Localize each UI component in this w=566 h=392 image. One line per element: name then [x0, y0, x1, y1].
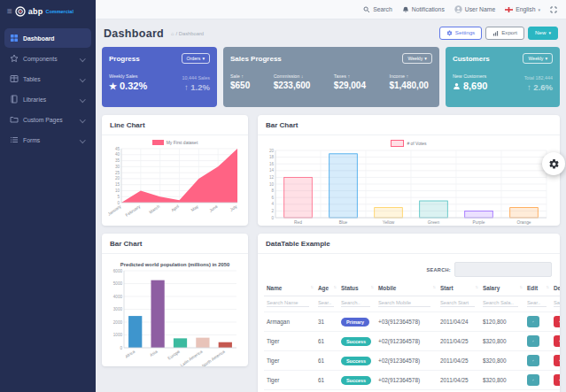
table-row: Tiger 61 Success +02(912364578) 2011/04/… — [264, 351, 560, 371]
column-header-status[interactable]: Status↑↓ — [338, 281, 376, 296]
customers-card-body: New Customers 8,690 Total 182,444 ↑ 2.6% — [453, 73, 553, 91]
edit-button[interactable] — [527, 374, 539, 386]
new-button[interactable]: New ▾ — [528, 27, 558, 40]
delete-button[interactable] — [554, 374, 560, 386]
sidebar-item-components[interactable]: Components — [4, 49, 91, 68]
column-header-edit[interactable]: Edit↑↓ — [524, 281, 551, 296]
taxes-label: Taxes ↑ — [334, 73, 366, 79]
data-table: Name↑↓ Age↑↓ Status↑↓ Mobile↑↓ Start↑↓ S… — [264, 281, 560, 392]
sort-icon[interactable]: ↑↓ — [310, 285, 313, 289]
progress-card-title: Progress — [109, 55, 140, 63]
delete-button[interactable] — [554, 335, 560, 347]
cell-age: 61 — [315, 371, 338, 390]
cell-start: 2011/04/25 — [438, 351, 480, 371]
table-search-input[interactable] — [454, 262, 552, 277]
column-header-delete[interactable]: De — [551, 281, 560, 296]
gear-icon — [548, 158, 560, 170]
table-header-row: Name↑↓ Age↑↓ Status↑↓ Mobile↑↓ Start↑↓ S… — [264, 281, 560, 296]
svg-text:June: June — [208, 204, 219, 213]
filter-delete-input[interactable] — [554, 299, 560, 307]
sidebar-item-forms[interactable]: Forms — [4, 130, 91, 150]
edit-button[interactable] — [527, 335, 539, 347]
sort-icon[interactable]: ↑↓ — [475, 285, 477, 289]
sort-icon[interactable]: ↑↓ — [546, 285, 548, 289]
column-header-start[interactable]: Start↑↓ — [438, 281, 480, 296]
sidebar: ≡ abp Commercial Dashboard Components — [0, 0, 96, 392]
cell-start: 2011/04/25 — [438, 371, 480, 390]
filter-name-input[interactable] — [267, 299, 309, 307]
pencil-icon — [532, 377, 534, 383]
trash-icon — [559, 319, 560, 325]
search-button[interactable]: Search — [363, 6, 392, 13]
column-label: Mobile — [378, 285, 396, 291]
datatable-card-title: DataTable Example — [258, 234, 560, 254]
svg-text:4: 4 — [271, 202, 274, 206]
filter-mobile-input[interactable] — [378, 299, 430, 307]
user-menu[interactable]: User Name — [454, 5, 495, 13]
sales-weekly-dropdown[interactable]: Weekly ▾ — [402, 53, 432, 64]
column-header-age[interactable]: Age↑↓ — [315, 281, 338, 296]
cell-name: Tiger — [264, 332, 315, 351]
svg-text:Europe: Europe — [167, 350, 182, 361]
hamburger-icon[interactable]: ≡ — [7, 7, 12, 16]
sidebar-item-label: Dashboard — [23, 35, 55, 42]
logo-text[interactable]: abp — [28, 7, 43, 16]
sort-icon[interactable]: ↑↓ — [333, 285, 336, 289]
pencil-icon — [532, 357, 534, 364]
language-label: English — [516, 6, 535, 12]
column-header-mobile[interactable]: Mobile↑↓ — [376, 281, 438, 296]
sidebar-item-label: Forms — [23, 137, 40, 143]
sort-icon[interactable]: ↑↓ — [370, 285, 373, 289]
sort-icon[interactable]: ↑↓ — [519, 285, 522, 289]
line-chart-legend[interactable]: My First dataset — [108, 140, 242, 145]
sidebar-item-custom-pages[interactable]: Custom Pages — [4, 110, 91, 129]
orders-dropdown[interactable]: Orders ▾ — [182, 53, 210, 64]
fullscreen-button[interactable] — [550, 6, 557, 13]
edit-button[interactable] — [527, 316, 539, 327]
edit-button[interactable] — [527, 355, 539, 366]
filter-edit-input[interactable] — [527, 299, 547, 307]
sort-icon[interactable]: ↑↓ — [432, 285, 435, 289]
export-button[interactable]: Export — [485, 27, 524, 40]
svg-text:15: 15 — [115, 182, 120, 187]
filter-age-input[interactable] — [318, 299, 334, 307]
new-customers-metric: New Customers 8,690 — [453, 73, 488, 91]
sidebar-item-tables[interactable]: Tables — [4, 69, 91, 88]
svg-text:45: 45 — [115, 147, 120, 151]
column-header-name[interactable]: Name↑↓ — [264, 281, 315, 296]
caret-down-icon: ▾ — [545, 56, 547, 61]
svg-text:1000: 1000 — [113, 333, 123, 337]
svg-text:May: May — [190, 204, 200, 212]
status-badge: Success — [341, 357, 371, 365]
customers-weekly-dropdown[interactable]: Weekly ▾ — [523, 53, 553, 64]
sidebar-item-dashboard[interactable]: Dashboard — [4, 28, 91, 48]
theme-settings-button[interactable] — [542, 152, 565, 175]
svg-text:16: 16 — [269, 162, 275, 166]
notifications-button[interactable]: Notifications — [402, 6, 445, 13]
votes-chart-legend[interactable]: # of Votes — [264, 140, 554, 147]
logo-suffix: Commercial — [45, 9, 74, 14]
cell-mobile: +02(912364578) — [376, 332, 438, 351]
language-menu[interactable]: English ▾ — [505, 6, 540, 12]
votes-chart-card-title: Bar Chart — [258, 115, 560, 135]
progress-card-header: Progress Orders ▾ — [109, 53, 210, 64]
svg-text:0: 0 — [271, 216, 274, 220]
delete-button[interactable] — [554, 316, 560, 327]
column-label: Edit — [527, 285, 538, 291]
filter-salary-input[interactable] — [483, 299, 518, 307]
column-header-salary[interactable]: Salary↑↓ — [480, 281, 524, 296]
delete-button[interactable] — [554, 355, 560, 366]
sale-metric: Sale ↑ $650 — [230, 73, 250, 90]
customers-card-title: Customers — [453, 55, 490, 63]
legend-label: # of Votes — [407, 141, 426, 146]
svg-text:Purple: Purple — [473, 220, 485, 225]
filter-status-input[interactable] — [341, 299, 370, 307]
breadcrumb: ⌂ / Dashboard — [171, 31, 204, 36]
settings-button[interactable]: Settings — [439, 27, 482, 40]
table-filter-row — [264, 296, 560, 312]
home-icon[interactable]: ⌂ — [171, 31, 174, 36]
filter-start-input[interactable] — [440, 299, 475, 307]
cell-age: 31 — [315, 312, 338, 332]
total-customers-label: Total 182,444 — [524, 75, 553, 81]
sidebar-item-libraries[interactable]: Libraries — [4, 89, 91, 109]
